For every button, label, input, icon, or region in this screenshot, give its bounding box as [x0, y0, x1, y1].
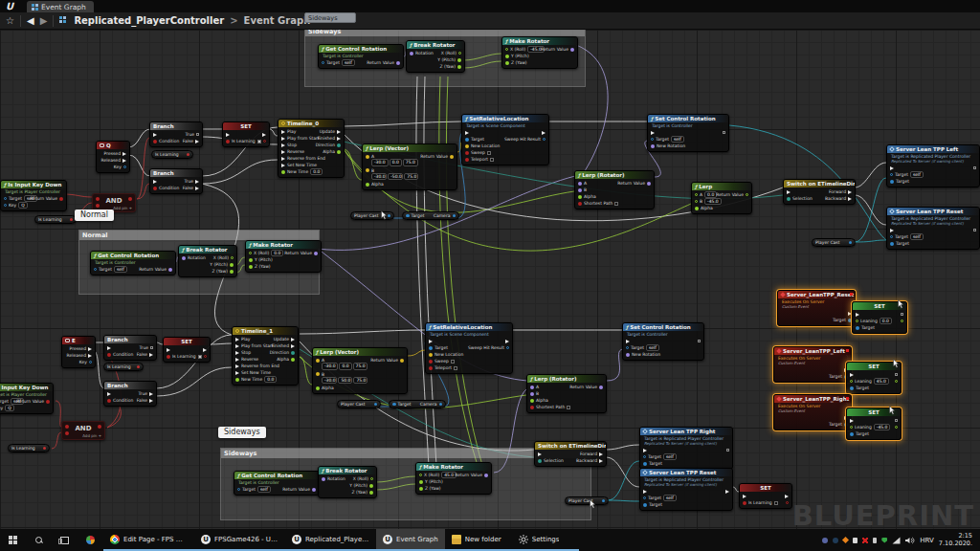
update-pin[interactable]: Update [319, 128, 344, 135]
new-time-pin[interactable]: New Time0.0 [278, 168, 319, 175]
taskbar-app-event-graph[interactable]: UEvent Graph [376, 529, 445, 551]
epic-tray-icon[interactable] [853, 538, 858, 543]
condition-pin[interactable]: Condition [104, 351, 135, 358]
vector-value-box[interactable]: 75.0 [353, 363, 368, 370]
branch-2[interactable]: BranchConditionTrueFalse [149, 168, 203, 194]
return-value-pin[interactable]: Return Value [33, 195, 66, 202]
return-value-pin[interactable]: Return Value [20, 398, 53, 405]
language-indicator[interactable]: HRV [920, 537, 934, 544]
server-lean-tpp-reset-call-2[interactable]: Server Lean TPP ResetTarget is Replicate… [639, 468, 733, 511]
teleport-pin[interactable]: Teleport [426, 364, 466, 371]
rotation-pin[interactable]: Rotation [319, 475, 347, 482]
x-roll-pin[interactable]: X (Roll)0.0 [246, 250, 284, 256]
pin-checkbox[interactable] [454, 366, 457, 370]
pin-value-box[interactable]: Q [18, 202, 28, 209]
pin-checkbox[interactable] [451, 360, 455, 364]
timeline-1[interactable]: Timeline_1PlayPlay from StartStopReverse… [232, 326, 299, 386]
a-pin[interactable]: A0.0 [692, 191, 719, 198]
start-button[interactable] [0, 529, 26, 551]
is-learning-var-2[interactable]: Is Learning [34, 215, 77, 224]
pressed-pin[interactable]: Pressed [99, 150, 129, 157]
make-rotator-1[interactable]: ƒMake RotatorX (Roll)-45.0Y (Pitch)Z (Ya… [501, 36, 578, 69]
target-pin[interactable]: Target [426, 344, 466, 351]
pill-output-pin[interactable] [43, 447, 47, 451]
pin-value-box[interactable]: self [257, 486, 271, 494]
pin-checkbox[interactable] [490, 158, 494, 162]
exec-pin[interactable] [898, 311, 906, 318]
set-is-learning-1[interactable]: SETIs Learning [222, 121, 270, 147]
target-pin[interactable]: Targetself [648, 136, 688, 143]
lerp-float-1[interactable]: ƒLerpA0.0B-45.0AlphaReturn Value [691, 182, 752, 214]
set-relative-location-1[interactable]: ƒSetRelativeLocationTarget is Scene Comp… [461, 114, 549, 165]
redx-tray-icon[interactable] [862, 538, 868, 543]
switch-timeline-direction-1[interactable]: Switch on ETimelineDirectionSelectionFor… [783, 179, 856, 205]
set-new-time-pin[interactable]: Set New Time [233, 369, 273, 376]
taskbar-app-edit-page-fps-ga[interactable]: Edit Page - FPS Ga... [103, 529, 194, 551]
reverse-pin[interactable]: Reverse [278, 148, 319, 155]
finished-pin[interactable]: Finished [319, 135, 344, 142]
false-pin[interactable]: False [181, 185, 202, 191]
target-pin[interactable]: Targetself [640, 453, 679, 460]
orange-tray-icon[interactable] [842, 537, 849, 543]
lerp-rotator-2[interactable]: ƒLerp (Rotator)ABAlphaShortest PathRetur… [526, 374, 607, 413]
add-pin-label[interactable]: Add pin + [82, 433, 101, 438]
target-pin[interactable]: Targetself [887, 171, 926, 178]
return-value-pin[interactable]: Return Value [456, 472, 491, 478]
leaning-pin[interactable]: Leaning0.0 [853, 318, 895, 324]
and-bool-2[interactable]: ANDAdd pin + [61, 421, 105, 440]
key-pin[interactable]: KeyQ [1, 202, 33, 209]
direction-pin[interactable]: Direction [273, 349, 298, 356]
exec-pin[interactable] [223, 131, 260, 138]
sweep-hit-result-pin[interactable]: Sweep Hit Result [466, 344, 512, 351]
exec-pin[interactable] [150, 131, 181, 138]
exec-pin[interactable] [847, 417, 892, 424]
target-pin[interactable]: Target [640, 501, 679, 508]
is-learning-var-4[interactable]: Is Learning [8, 444, 50, 452]
target-pin[interactable]: Target [847, 430, 892, 437]
direction-pin[interactable]: Direction [319, 142, 344, 148]
condition-pin[interactable]: Condition [104, 397, 135, 404]
vector-value-box[interactable]: 75.0 [353, 377, 368, 385]
player-cast-var-3[interactable]: Player Cast [337, 400, 381, 408]
vector-value-box[interactable]: 75.0 [403, 159, 418, 166]
pressed-pin[interactable]: Pressed [64, 345, 95, 352]
exec-pin[interactable] [104, 344, 135, 351]
target-pin[interactable]: Target [887, 240, 926, 247]
selection-pin[interactable]: Selection [535, 457, 567, 464]
taskbar-app-replicated-playerc[interactable]: UReplicated_PlayerC... [285, 529, 376, 551]
target-pin[interactable]: Targetself [234, 486, 274, 493]
exec-pin[interactable] [695, 338, 703, 344]
y-pitch-pin[interactable]: Y (Pitch) [416, 478, 456, 485]
is-input-key-down-1[interactable]: ƒIs Input Key DownTarget is Player Contr… [0, 180, 67, 211]
pin-value-box[interactable]: self [342, 59, 355, 67]
exec-pin[interactable] [104, 390, 135, 397]
return-value-pin[interactable]: Return Value [543, 46, 577, 53]
taskbar-app-new-folder[interactable]: New folder [445, 529, 512, 551]
exec-pin[interactable] [892, 371, 901, 378]
switch-timeline-direction-2[interactable]: Switch on ETimelineDirectionSelectionFor… [534, 441, 607, 467]
alpha-pin[interactable]: Alpha [313, 385, 369, 391]
play-pin[interactable]: Play [278, 128, 319, 135]
make-rotator-2[interactable]: ƒMake RotatorX (Roll)0.0Y (Pitch)Z (Yaw)… [245, 240, 322, 273]
get-control-rotation-1[interactable]: ƒGet Control RotationTarget is Controlle… [318, 44, 404, 69]
pill-output-pin[interactable] [388, 214, 391, 218]
bool-pin[interactable] [782, 499, 791, 506]
false-pin[interactable]: False [135, 351, 156, 358]
x-roll-pin[interactable]: X (Roll)-45.0 [502, 46, 543, 53]
released-pin[interactable]: Released [64, 352, 95, 359]
network-icon[interactable] [892, 537, 901, 544]
update-pin[interactable]: Update [273, 336, 298, 342]
player-cast-var-1[interactable]: Player Cast [812, 238, 856, 247]
pin-checkbox[interactable] [774, 501, 778, 505]
breadcrumb-root[interactable]: Replicated_PlayerController [74, 15, 224, 26]
z-yaw-pin[interactable]: Z (Yaw) [208, 268, 236, 275]
set-relative-location-2[interactable]: ƒSetRelativeLocationTarget is Scene Comp… [425, 322, 513, 374]
pill-output-pin[interactable] [374, 403, 378, 407]
favorite-star-icon[interactable]: ☆ [6, 12, 14, 30]
exec-pin[interactable] [782, 493, 791, 499]
z-yaw-pin[interactable]: Z (Yaw) [246, 263, 284, 270]
leaning-pin[interactable]: Leaning45.0 [847, 378, 892, 385]
exec-pin[interactable] [426, 338, 466, 344]
play-from-start-pin[interactable]: Play from Start [233, 342, 273, 349]
event-server-leantpp-reset[interactable]: Server_LeanTPP_ResetExecutes On ServerCu… [777, 290, 856, 326]
